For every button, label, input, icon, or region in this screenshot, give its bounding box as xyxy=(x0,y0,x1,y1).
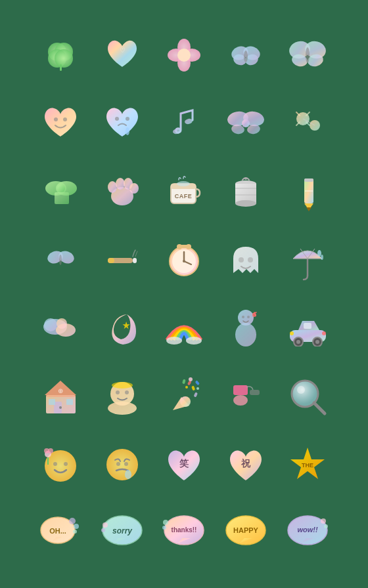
cell-party[interactable] xyxy=(154,364,214,429)
svg-rect-58 xyxy=(305,190,313,192)
svg-point-87 xyxy=(166,337,182,345)
svg-point-150 xyxy=(74,524,79,529)
svg-rect-104 xyxy=(46,395,76,397)
svg-point-100 xyxy=(290,331,294,335)
cell-speech-sorry[interactable]: sorry xyxy=(93,500,152,566)
cell-flower[interactable] xyxy=(154,22,214,88)
cell-cigarette[interactable] xyxy=(93,227,152,293)
svg-point-133 xyxy=(64,462,68,466)
cell-speech-wow[interactable]: wow!! xyxy=(278,500,337,566)
cell-heart-ribbon[interactable]: ♡ xyxy=(93,22,152,88)
cell-sparkle[interactable] xyxy=(278,91,337,156)
svg-point-155 xyxy=(103,522,108,528)
cell-celebrate-heart[interactable]: 祝 xyxy=(216,432,275,497)
svg-point-61 xyxy=(59,255,62,265)
cell-speech-happy[interactable]: HAPPY xyxy=(216,500,275,566)
svg-point-112 xyxy=(112,382,133,388)
svg-rect-63 xyxy=(108,258,114,263)
cell-music-note[interactable] xyxy=(154,91,214,156)
svg-point-101 xyxy=(322,331,326,335)
cell-heart-cry[interactable] xyxy=(93,91,152,156)
svg-point-74 xyxy=(248,257,253,262)
cell-angel[interactable] xyxy=(93,364,152,429)
svg-text:OH...: OH... xyxy=(49,527,66,535)
svg-point-124 xyxy=(185,386,188,388)
cell-gift-bow[interactable] xyxy=(31,159,90,224)
emoji-grid: ♡ xyxy=(18,9,350,579)
svg-point-97 xyxy=(296,340,300,344)
svg-text:HAPPY: HAPPY xyxy=(233,526,259,534)
cell-clock[interactable] xyxy=(154,227,214,293)
cell-angry-face[interactable] xyxy=(93,432,152,497)
svg-point-23 xyxy=(115,117,119,121)
svg-point-151 xyxy=(73,530,77,534)
cell-clover[interactable] xyxy=(31,22,90,88)
svg-point-50 xyxy=(235,200,256,207)
svg-point-92 xyxy=(247,316,250,318)
svg-point-25 xyxy=(126,127,129,135)
svg-point-169 xyxy=(324,524,328,528)
cell-tongue[interactable] xyxy=(216,364,275,429)
cell-butterfly-large[interactable] xyxy=(278,22,337,88)
svg-point-32 xyxy=(242,119,250,127)
svg-point-85 xyxy=(57,318,67,329)
svg-point-168 xyxy=(321,518,326,524)
svg-point-24 xyxy=(126,117,129,121)
svg-rect-120 xyxy=(195,380,200,385)
svg-point-123 xyxy=(196,387,199,390)
svg-rect-107 xyxy=(66,399,73,405)
cell-paw[interactable] xyxy=(93,159,152,224)
svg-point-122 xyxy=(189,377,193,381)
cell-person[interactable] xyxy=(216,295,275,361)
svg-point-161 xyxy=(162,526,166,530)
svg-text:THE: THE xyxy=(302,462,313,469)
cell-happy-face[interactable] xyxy=(31,432,90,497)
svg-rect-64 xyxy=(133,258,137,263)
svg-rect-126 xyxy=(250,390,260,395)
svg-point-116 xyxy=(180,396,191,407)
cell-bow[interactable] xyxy=(216,91,275,156)
cell-car[interactable] xyxy=(278,295,337,361)
cell-speech-thanks[interactable]: thanks!! xyxy=(154,500,214,566)
svg-point-149 xyxy=(69,518,76,524)
svg-point-90 xyxy=(235,323,256,346)
svg-point-40 xyxy=(108,181,117,193)
svg-point-88 xyxy=(186,337,202,345)
cell-magnifying-glass[interactable] xyxy=(278,364,337,429)
svg-text:笑: 笑 xyxy=(179,459,189,469)
svg-marker-56 xyxy=(306,207,311,211)
svg-point-91 xyxy=(242,316,244,318)
svg-point-114 xyxy=(125,390,129,394)
cell-laugh-heart[interactable]: 笑 xyxy=(154,432,214,497)
svg-point-108 xyxy=(59,406,62,409)
cell-speech-oh[interactable]: OH... xyxy=(31,500,90,566)
cell-butterfly-small[interactable] xyxy=(216,22,275,88)
svg-text:祝: 祝 xyxy=(241,458,251,469)
svg-point-84 xyxy=(44,318,57,331)
svg-point-47 xyxy=(177,181,190,186)
cell-ghost[interactable] xyxy=(216,227,275,293)
svg-point-113 xyxy=(116,390,120,394)
svg-text:sorry: sorry xyxy=(112,526,133,536)
svg-rect-4 xyxy=(60,64,62,71)
cell-heart-smile[interactable] xyxy=(31,91,90,156)
svg-point-136 xyxy=(48,448,53,453)
cell-house[interactable]: ⊕ xyxy=(31,364,90,429)
cell-rainbow[interactable] xyxy=(154,295,214,361)
cell-can[interactable] xyxy=(216,159,275,224)
svg-point-81 xyxy=(321,255,323,260)
cell-umbrella[interactable] xyxy=(278,227,337,293)
svg-text:CAFE: CAFE xyxy=(175,193,193,200)
svg-point-127 xyxy=(233,395,248,406)
cell-cloud[interactable] xyxy=(31,295,90,361)
cell-cafe[interactable]: CAFE xyxy=(154,159,214,224)
svg-point-71 xyxy=(177,244,182,249)
svg-point-141 xyxy=(125,470,131,479)
cell-pencil[interactable] xyxy=(278,159,337,224)
cell-star-the[interactable]: THE xyxy=(278,432,337,497)
svg-marker-86 xyxy=(123,322,130,329)
svg-rect-106 xyxy=(49,399,55,405)
cell-moon[interactable] xyxy=(93,295,152,361)
svg-text:wow!!: wow!! xyxy=(297,526,317,534)
cell-mini-butterfly[interactable] xyxy=(31,227,90,293)
